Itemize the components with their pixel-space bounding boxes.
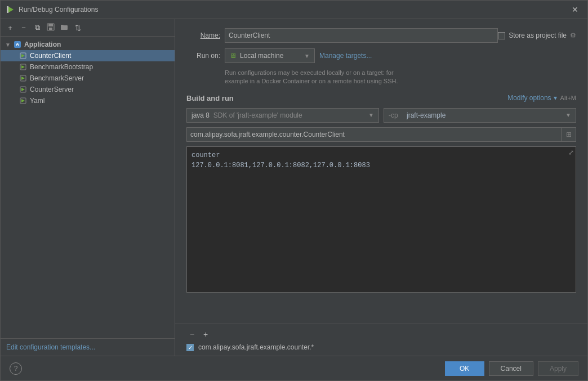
svg-marker-0: [8, 6, 14, 13]
name-label: Name:: [186, 32, 220, 39]
folder-config-button[interactable]: [58, 21, 70, 34]
env-add-button[interactable]: +: [200, 329, 211, 340]
expand-icon: ▼: [5, 42, 13, 48]
svg-marker-14: [21, 88, 25, 91]
expand-textarea-icon[interactable]: ⤢: [568, 149, 574, 156]
sort-icon: ⇅: [75, 24, 81, 32]
env-filter-value: com.alipay.sofa.jraft.example.counter.*: [198, 343, 314, 351]
tree-item-label: BenchmarkServer: [30, 74, 84, 82]
tree-item-counterserver[interactable]: CounterServer: [1, 84, 175, 95]
sdk-dropdown[interactable]: java 8 SDK of 'jraft-example' module ▼: [186, 108, 379, 123]
svg-marker-12: [21, 77, 25, 80]
program-args-textarea[interactable]: counter 127.0.0.1:8081,127.0.0.1:8082,12…: [186, 146, 576, 293]
copy-icon: ⧉: [35, 23, 40, 32]
config-tree: ▼ A Application CounterClient: [1, 37, 175, 338]
edit-templates-label: Edit configuration templates...: [6, 343, 95, 351]
svg-marker-8: [21, 54, 25, 57]
config-item-icon: [19, 85, 28, 94]
run-description: Run configurations may be executed local…: [225, 69, 576, 86]
tree-item-benchmarkbootstrap[interactable]: BenchmarkBootstrap: [1, 61, 175, 73]
tree-item-benchmarkserver[interactable]: BenchmarkServer: [1, 73, 175, 84]
sort-config-button[interactable]: ⇅: [72, 21, 84, 34]
save-icon: [47, 23, 55, 33]
cancel-button[interactable]: Cancel: [489, 361, 533, 376]
svg-rect-4: [49, 28, 52, 30]
dropdown-arrow-icon: ▾: [554, 94, 557, 102]
tree-item-label: CounterClient: [30, 52, 71, 60]
store-project-checkbox[interactable]: [498, 32, 505, 39]
build-run-title: Build and run: [186, 94, 234, 102]
module-dropdown-arrow-icon: ▼: [565, 112, 571, 118]
svg-text:A: A: [16, 42, 20, 47]
application-icon: A: [13, 40, 22, 49]
name-input[interactable]: [225, 28, 498, 43]
save-config-button[interactable]: [44, 21, 57, 34]
manage-targets-link[interactable]: Manage targets...: [319, 52, 372, 60]
run-on-label: Run on:: [186, 52, 220, 60]
copy-class-button[interactable]: ⊞: [562, 127, 576, 142]
env-remove-button: −: [186, 329, 198, 340]
module-value: jraft-example: [407, 111, 446, 119]
tree-item-label: BenchmarkBootstrap: [30, 63, 93, 71]
sdk-value: java 8 SDK of 'jraft-example' module: [191, 111, 302, 119]
tree-item-yaml[interactable]: Yaml: [1, 95, 175, 106]
run-on-icon: 🖥: [230, 52, 237, 60]
tree-item-counterclient[interactable]: CounterClient: [1, 50, 175, 61]
config-item-icon: [19, 51, 28, 60]
store-project-label: Store as project file: [509, 32, 567, 39]
main-class-input[interactable]: [186, 127, 562, 142]
copy-class-icon: ⊞: [566, 131, 572, 138]
help-icon: ?: [14, 365, 18, 373]
dropdown-arrow-icon: ▼: [304, 53, 310, 59]
config-item-icon: [19, 62, 28, 71]
config-item-icon: [19, 74, 28, 83]
copy-config-button[interactable]: ⧉: [31, 21, 43, 34]
help-button[interactable]: ?: [10, 362, 22, 375]
module-dropdown[interactable]: -cp jraft-example ▼: [384, 108, 576, 123]
run-debug-icon: [6, 5, 15, 14]
shortcut-badge: Alt+M: [560, 95, 576, 101]
add-config-button[interactable]: +: [4, 21, 16, 34]
sdk-dropdown-arrow-icon: ▼: [368, 112, 374, 118]
modify-options-link[interactable]: Modify options ▾: [507, 94, 556, 102]
apply-button[interactable]: Apply: [538, 361, 578, 376]
svg-rect-3: [48, 24, 53, 26]
folder-icon: [60, 23, 68, 33]
close-button[interactable]: ✕: [568, 4, 582, 15]
env-checkbox[interactable]: ✓: [186, 344, 194, 351]
svg-marker-16: [21, 99, 25, 102]
run-on-value: Local machine: [240, 52, 283, 60]
category-label: Application: [24, 41, 61, 48]
cp-prefix: -cp: [389, 111, 398, 119]
svg-rect-1: [7, 6, 8, 13]
tree-item-label: CounterServer: [30, 86, 74, 93]
tree-category-application[interactable]: ▼ A Application: [1, 39, 175, 50]
ok-button[interactable]: OK: [445, 361, 484, 376]
config-item-icon: [19, 96, 28, 105]
gear-icon[interactable]: ⚙: [570, 32, 576, 39]
run-on-dropdown[interactable]: 🖥 Local machine ▼: [225, 48, 315, 63]
remove-config-button[interactable]: −: [17, 21, 30, 34]
add-icon: +: [8, 24, 12, 32]
dialog-title: Run/Debug Configurations: [19, 6, 568, 14]
svg-marker-10: [21, 65, 25, 69]
modify-options-label: Modify options: [507, 94, 551, 102]
tree-item-label: Yaml: [30, 97, 44, 105]
edit-templates-link[interactable]: Edit configuration templates...: [1, 338, 175, 356]
minus-icon: −: [21, 24, 26, 32]
